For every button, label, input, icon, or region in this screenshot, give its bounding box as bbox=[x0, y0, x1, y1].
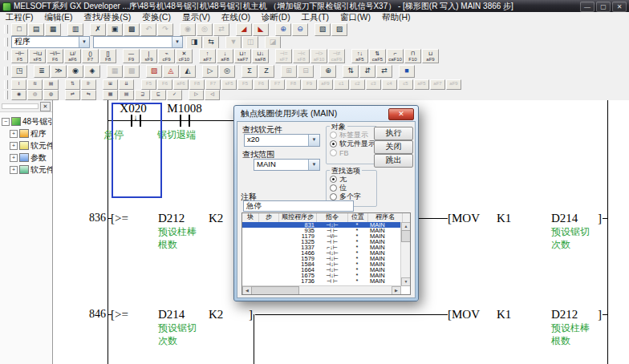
rung3-arg1[interactable]: D214 bbox=[158, 308, 185, 322]
table-row[interactable]: 1584 ⊣↓⊢ * MAIN bbox=[242, 261, 401, 267]
expand-icon[interactable]: + bbox=[10, 154, 18, 162]
dialog-button[interactable]: 执行 bbox=[374, 127, 413, 140]
sfc-symbol-button[interactable]: aF6 bbox=[173, 79, 189, 90]
menu-item[interactable]: 查找/替换(S) bbox=[78, 12, 136, 22]
ladder-symbol-button[interactable]: ⊔↑ saF7 bbox=[234, 49, 251, 63]
toolbar-grip[interactable] bbox=[4, 25, 8, 34]
sfc-symbol-button[interactable]: c2 bbox=[350, 79, 365, 90]
chevron-down-icon[interactable]: ▼ bbox=[308, 135, 319, 146]
toolbar-button[interactable]: ✗ bbox=[90, 23, 106, 36]
sfc-symbol-button[interactable]: F6 bbox=[157, 79, 172, 90]
rung2-mov-src[interactable]: K1 bbox=[497, 212, 511, 225]
ladder-symbol-button[interactable]: [] F8 bbox=[99, 49, 116, 63]
rung2-arg1[interactable]: D212 bbox=[158, 212, 185, 225]
toolbar-button[interactable]: ⇅ bbox=[343, 65, 359, 78]
ladder-symbol-button[interactable]: ⊣= sF7 bbox=[275, 49, 292, 63]
toolbar-button[interactable]: ▦ bbox=[107, 65, 123, 78]
toolbar-button[interactable]: ▨ bbox=[146, 65, 162, 78]
toolbar-button[interactable]: ⊟ bbox=[298, 65, 314, 78]
toolbar-grip[interactable] bbox=[4, 80, 8, 89]
find-range-combo[interactable]: MAIN ▼ bbox=[254, 159, 320, 171]
table-row[interactable]: 1736 ⊣ ⊢ * MAIN bbox=[242, 278, 401, 284]
find-device-combo[interactable]: x20 ▼ bbox=[244, 134, 320, 147]
toolbar-button[interactable]: ↶ bbox=[140, 23, 156, 36]
toolbar-button[interactable]: ◉ bbox=[180, 23, 196, 36]
sfc-symbol-button[interactable]: F7 bbox=[270, 79, 285, 90]
toolbar-button[interactable]: ⇊ bbox=[119, 79, 134, 90]
expand-icon[interactable]: + bbox=[10, 142, 18, 150]
toolbar-button[interactable]: ⊞ bbox=[281, 65, 297, 78]
object-radio-option[interactable]: FB bbox=[327, 148, 376, 157]
ladder-symbol-button[interactable]: ↑ aF7 bbox=[199, 49, 216, 63]
ladder-symbol-button[interactable]: ⊣⊢ F5 bbox=[11, 49, 28, 63]
sfc-symbol-button[interactable]: c1 bbox=[334, 79, 349, 90]
toolbar-button[interactable]: ⊪ bbox=[81, 79, 96, 90]
menu-item[interactable]: 变换(C) bbox=[136, 12, 177, 22]
rung3-compare-op[interactable]: [>= bbox=[111, 308, 128, 322]
usage-list[interactable]: 块 步 顺控程序步 指令 位置 程序名 831 ⊣↓⊢ bbox=[241, 212, 411, 295]
sfc-symbol-button[interactable]: aF9 bbox=[446, 79, 461, 90]
expand-icon[interactable]: + bbox=[10, 166, 18, 174]
toolbar-button[interactable]: Σ bbox=[241, 65, 258, 78]
chevron-down-icon[interactable]: ▼ bbox=[172, 37, 182, 47]
toolbar-button[interactable]: ▩ bbox=[124, 23, 140, 36]
chevron-down-icon[interactable]: ▼ bbox=[308, 160, 319, 170]
sfc-symbol-button[interactable]: aF9 bbox=[318, 79, 333, 90]
close-icon[interactable]: ✕ bbox=[40, 102, 51, 111]
toolbar-button[interactable]: ◁ bbox=[205, 90, 220, 100]
toolbar-button[interactable]: ⇄ bbox=[213, 23, 229, 36]
ladder-symbol-button[interactable]: ⊣< sF8 bbox=[293, 49, 310, 63]
ladder-symbol-button[interactable]: — F9 bbox=[123, 49, 140, 63]
ladder-symbol-button[interactable]: ⌁ cF9 bbox=[158, 49, 175, 63]
toolbar-grip[interactable] bbox=[4, 67, 8, 75]
toolbar-button[interactable]: ⊖ bbox=[292, 23, 308, 36]
toolbar-button[interactable]: ⊒ bbox=[135, 90, 150, 100]
drag-handle[interactable] bbox=[2, 103, 39, 109]
collapse-icon[interactable]: − bbox=[2, 118, 10, 126]
toolbar-button[interactable]: ⇵ bbox=[359, 65, 375, 78]
data-name-combo[interactable]: ▼ bbox=[93, 36, 183, 48]
rung2-compare-op[interactable]: [>= bbox=[111, 212, 128, 225]
toolbar-button[interactable]: ⇄ bbox=[376, 65, 392, 78]
rung2-mov-op[interactable]: [MOV bbox=[448, 212, 480, 225]
toolbar-button[interactable]: ▨ bbox=[331, 23, 347, 36]
sfc-symbol-button[interactable]: aF7 bbox=[430, 79, 445, 90]
edit-selection-rectangle[interactable] bbox=[112, 103, 162, 198]
toolbar-button[interactable]: ◉ bbox=[11, 90, 26, 100]
table-row[interactable]: 1325 ⊣ ⊢ * MAIN bbox=[242, 239, 401, 245]
toolbar-button[interactable]: ▤ bbox=[28, 23, 44, 36]
sfc-symbol-button[interactable]: F8 bbox=[286, 79, 301, 90]
toolbar-button[interactable]: ≫ bbox=[51, 65, 67, 78]
col-step[interactable]: 步 bbox=[259, 213, 279, 222]
rung3-mov-op[interactable]: [MOV bbox=[448, 308, 480, 322]
tree-item[interactable]: + 软元件注释 bbox=[8, 140, 52, 152]
table-row[interactable]: 1579 ⊣↓⊢ * MAIN bbox=[242, 256, 401, 261]
chevron-down-icon[interactable]: ▼ bbox=[79, 37, 89, 47]
menu-item[interactable]: 工程(F) bbox=[0, 12, 39, 22]
window-control-button[interactable]: — bbox=[580, 2, 595, 12]
vertical-scrollbar[interactable]: ▲ ▼ bbox=[400, 222, 410, 286]
toolbar-button[interactable]: ≋ bbox=[27, 79, 43, 90]
col-block[interactable]: 块 bbox=[242, 213, 259, 222]
sfc-symbol-button[interactable]: F8 bbox=[189, 79, 205, 90]
table-row[interactable]: 1675 ⊣↓⊢ * MAIN bbox=[242, 273, 401, 278]
toolbar-button[interactable]: Ι bbox=[11, 79, 26, 90]
toolbar-button[interactable]: ▦ bbox=[45, 23, 61, 36]
rung3-mov-dst[interactable]: D212 bbox=[551, 308, 578, 322]
table-row[interactable]: 1466 ⊣↓⊢ * MAIN bbox=[242, 250, 401, 256]
menu-item[interactable]: 显示(V) bbox=[177, 12, 216, 22]
toolbar-button[interactable]: ≣ bbox=[34, 65, 50, 78]
toolbar-button[interactable]: ▥ bbox=[67, 23, 83, 36]
toolbar-button[interactable]: ⊕ bbox=[275, 23, 291, 36]
table-row[interactable]: 1664 ⊣↓⊢ * MAIN bbox=[242, 267, 401, 273]
toolbar-button[interactable]: ▷ bbox=[202, 65, 218, 78]
toolbar-button[interactable]: ◫ bbox=[242, 36, 258, 49]
contact-m1008[interactable] bbox=[189, 115, 190, 127]
toolbar-button[interactable]: ◣ bbox=[253, 23, 269, 36]
ladder-symbol-button[interactable]: | sF9 bbox=[140, 49, 157, 63]
toolbar-button[interactable]: ⇆ bbox=[203, 36, 219, 49]
menu-item[interactable]: 工具(T) bbox=[296, 12, 335, 22]
sfc-symbol-button[interactable]: F7 bbox=[205, 79, 221, 90]
ladder-symbol-button[interactable]: ⊔ aF9 bbox=[422, 49, 439, 63]
toolbar-grip[interactable] bbox=[4, 38, 8, 47]
